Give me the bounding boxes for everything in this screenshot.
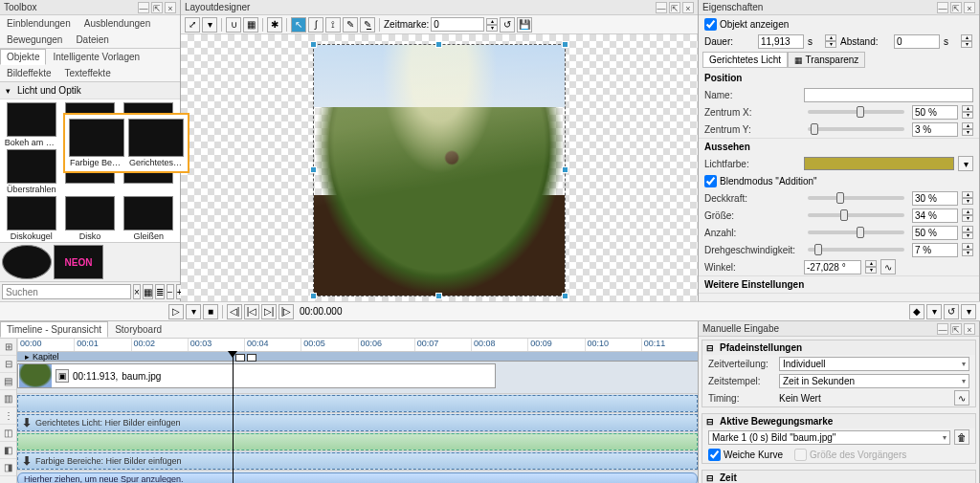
pen-tool[interactable]: ✎: [343, 17, 358, 33]
move-tool[interactable]: ↖: [291, 17, 306, 33]
reference-button[interactable]: ✱: [267, 17, 282, 33]
resize-handle-nw[interactable]: [310, 41, 317, 48]
loop-dropdown[interactable]: ▾: [961, 304, 976, 319]
keyframe-marker-2[interactable]: [247, 354, 256, 362]
resize-handle-w[interactable]: [310, 166, 317, 173]
resize-handle-s[interactable]: [435, 293, 442, 299]
loop-button[interactable]: ↺: [944, 304, 959, 319]
playhead[interactable]: [233, 352, 234, 483]
stop-button[interactable]: ■: [203, 304, 218, 319]
marker-dropdown[interactable]: ▾: [926, 304, 942, 319]
view-list-button[interactable]: ≣: [155, 284, 165, 299]
deckkraft-value[interactable]: [912, 191, 958, 206]
track-icon-4[interactable]: ▥: [0, 390, 16, 407]
curve-tool[interactable]: ∫: [308, 17, 323, 33]
search-input[interactable]: [2, 284, 131, 299]
panel-pin-button[interactable]: ⇱: [151, 2, 163, 13]
groesse-value[interactable]: [912, 209, 958, 223]
section-aktive[interactable]: ⊟Aktive Bewegungsmarke: [702, 414, 975, 428]
resize-handle-e[interactable]: [562, 166, 568, 173]
grid-toggle[interactable]: ▦: [243, 17, 258, 33]
anchor-tool[interactable]: ⟟: [325, 17, 341, 33]
track-icon-8[interactable]: ◨: [0, 459, 16, 476]
zeitvert-dropdown[interactable]: Individuell: [779, 357, 969, 371]
track-icon-5[interactable]: ⋮: [0, 407, 16, 425]
search-clear-button[interactable]: ×: [133, 284, 141, 299]
anzahl-value[interactable]: [912, 226, 958, 240]
tab-bewegungen[interactable]: Bewegungen: [0, 32, 69, 48]
resize-handle-se[interactable]: [562, 293, 568, 299]
thumb-item[interactable]: Diskokugel: [3, 196, 59, 241]
thumb-item[interactable]: Überstrahlen: [3, 149, 59, 194]
timeline-ruler[interactable]: 00:0000:0100:0200:0300:0400:0500:0600:07…: [17, 339, 698, 352]
tab-objekte[interactable]: Objekte: [0, 49, 46, 65]
blendmodus-checkbox[interactable]: [704, 175, 717, 187]
zentrumy-slider[interactable]: [808, 127, 904, 131]
effect-strip-2[interactable]: ⬇Farbige Bereiche: Hier Bilder einfügen: [17, 452, 698, 470]
track-icon-3[interactable]: ▤: [0, 373, 16, 390]
view-grid-button[interactable]: ▦: [143, 284, 153, 299]
track-icon-6[interactable]: ◫: [0, 425, 16, 442]
next-frame-button[interactable]: |▷: [278, 304, 294, 319]
weiche-kurve-checkbox[interactable]: [708, 449, 721, 461]
anzahl-slider[interactable]: [808, 231, 904, 234]
goto-end-button[interactable]: ▷|: [261, 304, 277, 319]
deckkraft-slider[interactable]: [808, 196, 904, 200]
new-track-hint[interactable]: Hierher ziehen, um neue Spur anzulegen.: [17, 472, 698, 483]
panel-close-button[interactable]: ×: [165, 2, 176, 13]
drehg-value[interactable]: [912, 243, 958, 257]
tab-ausblendungen[interactable]: Ausblendungen: [78, 15, 158, 32]
play-dropdown[interactable]: ▾: [186, 304, 201, 319]
tab-storyboard[interactable]: Storyboard: [108, 321, 168, 338]
zentrumx-slider[interactable]: [808, 110, 904, 114]
effect-strip-bg2[interactable]: [17, 433, 698, 450]
section-zeit[interactable]: ⊟Zeit: [702, 471, 975, 483]
lichtfarbe-swatch[interactable]: [804, 157, 954, 170]
panel-close-button[interactable]: ×: [682, 2, 694, 13]
section-pfad[interactable]: ⊟Pfadeinstellungen: [702, 340, 975, 355]
popup-thumb[interactable]: Farbige Bereiche: [69, 119, 124, 167]
winkel-curve-button[interactable]: ∿: [880, 259, 896, 274]
zeitmarke-reset[interactable]: ↺: [500, 17, 515, 33]
panel-pin-button[interactable]: ⇱: [950, 323, 962, 335]
panel-pin-button[interactable]: ⇱: [669, 2, 680, 13]
dauer-input[interactable]: [758, 34, 804, 49]
keyframe-marker-1[interactable]: [235, 354, 245, 362]
panel-close-button[interactable]: ×: [964, 323, 975, 335]
resize-handle-sw[interactable]: [310, 293, 317, 299]
zeitstempel-dropdown[interactable]: Zeit in Sekunden: [779, 374, 969, 388]
tab-dateien[interactable]: Dateien: [69, 32, 115, 48]
video-clip[interactable]: ▣ 00:11.913, baum.jpg: [17, 363, 496, 388]
tab-vorlagen[interactable]: Intelligente Vorlagen: [46, 49, 146, 65]
dauer-down[interactable]: ▾: [825, 41, 836, 48]
name-input[interactable]: [804, 88, 973, 102]
track-icon-2[interactable]: ⊟: [0, 356, 16, 373]
text-tool[interactable]: ✎̲: [360, 17, 375, 33]
zoom-out-button[interactable]: −: [167, 284, 174, 299]
lichtfarbe-picker[interactable]: ▾: [958, 156, 973, 171]
panel-pin-button[interactable]: ⇱: [950, 2, 962, 13]
abstand-up[interactable]: ▴: [961, 34, 972, 41]
panel-close-button[interactable]: ×: [964, 2, 975, 13]
play-button[interactable]: ▷: [168, 304, 184, 319]
thumb-item[interactable]: Disko: [61, 196, 118, 241]
timing-curve-button[interactable]: ∿: [954, 390, 969, 406]
effect-strip-1[interactable]: ⬇Gerichtetes Licht: Hier Bilder einfügen: [17, 414, 698, 431]
thumb-extra2[interactable]: [54, 245, 103, 279]
panel-collapse-button[interactable]: —: [656, 2, 667, 13]
zeitmarke-down[interactable]: ▾: [486, 25, 498, 32]
tab-timeline[interactable]: Timeline - Spuransicht: [0, 321, 108, 338]
prev-frame-button[interactable]: ◁|: [227, 304, 242, 319]
winkel-value[interactable]: [804, 260, 861, 274]
panel-collapse-button[interactable]: —: [937, 2, 948, 13]
show-object-checkbox[interactable]: [704, 18, 717, 31]
zeitmarke-input[interactable]: [431, 17, 484, 32]
thumb-extra1[interactable]: [2, 245, 52, 279]
magnet-button[interactable]: ∪: [226, 17, 241, 33]
tab-texteffekte[interactable]: Texteffekte: [58, 65, 118, 81]
canvas-area[interactable]: [181, 34, 698, 301]
abstand-input[interactable]: [894, 34, 940, 49]
popup-thumb[interactable]: Gerichtetes Licht: [128, 119, 184, 167]
category-header[interactable]: ▾ Licht und Optik: [0, 82, 180, 99]
effect-strip-bg1[interactable]: [17, 395, 698, 412]
